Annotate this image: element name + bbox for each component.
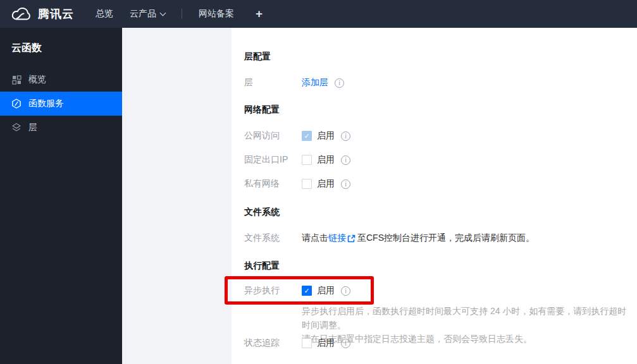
sidebar-item-label: 概览 — [28, 74, 46, 85]
external-link-icon[interactable] — [347, 234, 356, 243]
sidebar-item-label: 函数服务 — [28, 98, 64, 109]
sidebar-item-label: 层 — [28, 122, 37, 133]
layers-icon — [11, 123, 22, 133]
section-title-layer-config: 层配置 — [244, 50, 271, 63]
field-label: 公网访问 — [244, 130, 302, 142]
field-label: 层 — [244, 77, 302, 88]
status-tracking-checkbox[interactable] — [302, 338, 312, 348]
info-icon[interactable]: i — [341, 339, 350, 348]
enable-label: 启用 — [317, 337, 335, 349]
brand[interactable]: 腾讯云 — [10, 6, 74, 22]
function-config-panel: 层配置 层 添加层 i 网络配置 公网访问 ✓ 启用 i 固定出口IP 启用 i… — [232, 28, 637, 364]
sidebar-title: 云函数 — [0, 28, 122, 68]
function-hexagon-icon — [11, 99, 22, 109]
section-title-execution-config: 执行配置 — [244, 259, 280, 272]
info-icon[interactable]: i — [341, 286, 350, 296]
sidebar-item-layers[interactable]: 层 — [0, 116, 122, 140]
form-row-async-execution: 异步执行 ✓ 启用 i — [244, 284, 632, 298]
add-layer-link[interactable]: 添加层 — [302, 77, 328, 88]
file-system-hint-suffix: 至CFS控制台进行开通，完成后请刷新页面。 — [357, 233, 535, 244]
field-label: 文件系统 — [244, 233, 302, 244]
grid-icon — [11, 75, 22, 85]
field-label: 固定出口IP — [244, 154, 302, 166]
info-icon[interactable]: i — [335, 78, 344, 88]
tencent-cloud-logo-icon — [10, 6, 33, 22]
sidebar: 云函数 概览 函数服务 层 — [0, 28, 122, 364]
info-icon[interactable]: i — [341, 179, 350, 189]
chevron-down-icon — [160, 9, 166, 16]
nav-overview[interactable]: 总览 — [96, 8, 113, 20]
enable-label: 启用 — [317, 154, 335, 166]
form-row-file-system: 文件系统 请点击 链接 至CFS控制台进行开通，完成后请刷新页面。 — [244, 231, 632, 245]
public-network-checkbox: ✓ — [302, 131, 312, 141]
enable-label: 启用 — [317, 285, 335, 296]
info-icon[interactable]: i — [341, 155, 350, 165]
enable-label: 启用 — [317, 178, 335, 190]
enable-label: 启用 — [317, 130, 335, 142]
field-label: 异步执行 — [244, 285, 302, 296]
nav-divider — [182, 9, 182, 19]
field-label: 私有网络 — [244, 178, 302, 190]
nav-cloud-products-label: 云产品 — [130, 8, 156, 20]
section-title-file-system: 文件系统 — [244, 205, 280, 218]
cfs-console-link[interactable]: 链接 — [328, 233, 346, 244]
form-row-layer: 层 添加层 i — [244, 76, 632, 90]
sidebar-item-function-service[interactable]: 函数服务 — [0, 92, 122, 116]
top-navbar: 腾讯云 总览 云产品 网站备案 + — [0, 0, 637, 28]
async-execution-checkbox[interactable]: ✓ — [302, 286, 312, 296]
form-row-fixed-ip: 固定出口IP 启用 i — [244, 153, 632, 167]
nav-website-filing[interactable]: 网站备案 — [199, 8, 234, 20]
nav-cloud-products[interactable]: 云产品 — [130, 8, 165, 20]
add-product-tab-button[interactable]: + — [256, 7, 263, 21]
form-row-status-tracking: 状态追踪 启用 i — [244, 336, 632, 350]
sidebar-item-overview[interactable]: 概览 — [0, 68, 122, 92]
form-row-public-network: 公网访问 ✓ 启用 i — [244, 129, 632, 143]
help-line: 异步执行启用后，函数执行超时时间最大可支持 24 小时，如有需要，请到执行超时时… — [302, 304, 633, 332]
vpc-checkbox[interactable] — [302, 179, 312, 189]
field-label: 状态追踪 — [244, 337, 302, 349]
file-system-hint-prefix: 请点击 — [302, 233, 328, 244]
section-title-network-config: 网络配置 — [244, 103, 280, 116]
brand-name: 腾讯云 — [38, 6, 74, 21]
fixed-ip-checkbox[interactable] — [302, 155, 312, 165]
top-nav-menu: 总览 云产品 网站备案 + — [96, 7, 279, 21]
info-icon[interactable]: i — [341, 131, 350, 141]
form-row-vpc: 私有网络 启用 i — [244, 177, 632, 191]
